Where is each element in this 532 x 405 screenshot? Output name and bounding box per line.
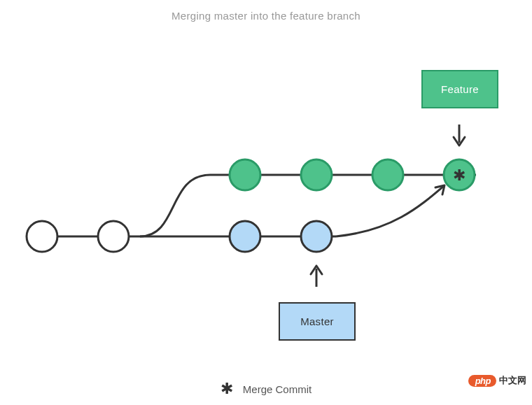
legend-text: Merge Commit: [243, 383, 312, 395]
watermark: php 中文网: [468, 374, 526, 387]
watermark-pill: php: [468, 375, 496, 387]
commit-empty-1: [27, 221, 57, 252]
branch-curve: [140, 175, 210, 236]
legend: ✱ Merge Commit: [0, 380, 532, 398]
merge-curve: [336, 185, 444, 236]
watermark-text: 中文网: [499, 374, 526, 387]
commit-feature-2: [301, 159, 332, 190]
legend-star-icon: ✱: [220, 380, 233, 398]
commit-empty-2: [98, 221, 129, 252]
master-label-box: Master: [279, 302, 356, 341]
commit-master-2: [301, 221, 332, 252]
git-merge-diagram: ✱: [0, 0, 532, 405]
feature-label-box: Feature: [421, 70, 498, 108]
commit-feature-1: [230, 159, 260, 190]
commit-feature-3: [372, 159, 403, 190]
merge-star-icon: ✱: [453, 166, 465, 184]
commit-master-1: [230, 221, 260, 252]
feature-label-text: Feature: [441, 83, 479, 95]
master-label-text: Master: [300, 315, 334, 327]
